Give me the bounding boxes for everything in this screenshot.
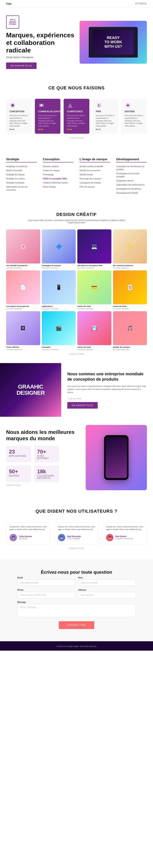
author-info: Célia Almeda Secrétaire: [19, 535, 32, 539]
testimonial-card: Sample text. Click to select the text bo…: [55, 522, 99, 545]
name-label: Nom: [78, 577, 136, 579]
dev-item-2: Développement de la pile complète: [116, 172, 147, 178]
design-item: 📇 Cartes de visite Conception graphique: [77, 311, 112, 350]
world-cta-button[interactable]: EN SAVOIR PLUS: [67, 402, 98, 409]
conception-icon: [9, 102, 16, 108]
design-thumb: 💳: [77, 271, 112, 305]
conception-title: CONCEPTION: [9, 110, 28, 113]
address-group: Adresse: [78, 589, 136, 598]
phone-mockup: [104, 435, 128, 480]
service-card-prix: $ PRIX Duis aute irure dolor in reprehen…: [93, 99, 118, 134]
strat-item-2: Ateliers interactifs: [6, 169, 37, 172]
hero-screen-text: READY TO WORK WITH US?: [104, 36, 122, 49]
conc-item-4[interactable]: UX/UI et conception Web: [43, 177, 73, 180]
prix-icon: $: [96, 102, 102, 108]
stat-label: ÉQUIPES: [9, 475, 28, 477]
img-item-4: Nommage des marques: [80, 177, 110, 180]
design-item: 📄 Conception de prospectus Conception gr…: [6, 271, 40, 310]
author-name: Nait Reynolds: [67, 535, 81, 537]
design-item-sub: Conception numérique: [42, 308, 76, 310]
design-item: 🎬 Animation Conception numérique: [42, 311, 76, 350]
design-item: 💻 Site Web de conception Web Conception …: [77, 229, 112, 269]
author-avatar: 👩: [9, 534, 17, 541]
commercialisation-text: Duis aute irure dolor in reprehenderit i…: [38, 114, 57, 127]
soutien-icon: [125, 102, 131, 108]
testimonial-text: Sample text. Click to select the text bo…: [58, 526, 95, 531]
phone-group: Phone: [17, 589, 75, 598]
design-item-sub: Conception numérique: [77, 267, 112, 269]
contact-section: Écrivez-nous pour toute question Email N…: [0, 559, 153, 641]
testimonials-grid: Sample text. Click to select the text bo…: [6, 522, 147, 545]
author-avatar: 👦: [106, 534, 114, 541]
img-item-1: Identité visuelle et identité: [80, 165, 110, 168]
world-right-content: Nous sommes une entreprise mondiale de c…: [61, 363, 153, 417]
strategie-title: Stratégie: [6, 157, 37, 162]
design-item-sub: Conception graphique: [6, 308, 40, 310]
world-left-image: GRAAHICDESIGNER: [0, 363, 61, 417]
design-item-sub: Conception numérique: [42, 349, 76, 350]
world-image-note: Image de Freepik: [67, 398, 147, 400]
phone-input[interactable]: [17, 592, 75, 598]
hero-cta-button[interactable]: EN SAVOIR PLUS: [6, 62, 36, 69]
author-role: Directeur commercial: [116, 537, 133, 539]
name-input[interactable]: [78, 580, 136, 586]
stat-label: APPLICATIONS: [9, 455, 28, 457]
service-card-commercialisation: COMMERCIALISATION Duis aute irure dolor …: [35, 99, 60, 134]
competences-section: Stratégie Analytique et recherche Atelie…: [0, 149, 153, 204]
conception-plus[interactable]: PLUS: [9, 128, 28, 130]
design-item-sub: Conception graphique: [113, 267, 147, 269]
hero-left: ART & DESIGN STUDIO Marques, expériences…: [6, 16, 75, 69]
design-item-sub: Conception graphique: [6, 267, 40, 269]
img-item-6: Films de marque: [80, 185, 110, 188]
commercialisation-plus[interactable]: PLUS: [38, 128, 57, 130]
address-label: Adresse: [78, 589, 136, 591]
design-images-note: Images de Freepik: [6, 353, 147, 355]
design-thumb: 📇: [77, 311, 112, 345]
name-group: Nom: [78, 577, 136, 586]
stat-box: 50+ ÉQUIPES: [6, 466, 31, 482]
stats-title: Nous aidons les meilleures marques du mo…: [6, 429, 80, 442]
design-item-title: Site Web de conception Web: [77, 265, 112, 267]
design-thumb: 🎵: [113, 311, 147, 345]
author-role: Chef comptable: [67, 537, 81, 539]
testimonial-author: 👩 Célia Almeda Secrétaire: [9, 534, 47, 541]
conc-item-5: Création d'éléments visuels: [43, 181, 73, 184]
strat-item-3: Stratégie de marque: [6, 173, 37, 176]
soutien-text: Duis aute irure dolor in reprehenderit i…: [125, 114, 144, 127]
competence-plus[interactable]: PLUS: [67, 128, 86, 130]
design-thumb: 💻: [77, 229, 112, 264]
design-item-sub: Conception graphique: [113, 349, 147, 350]
email-input[interactable]: [17, 580, 75, 586]
stat-box: 18k UTILISATEURS SATISFAITS: [34, 466, 59, 482]
services-grid: CONCEPTION Duis aute irure dolor in repr…: [6, 99, 147, 134]
message-textarea[interactable]: [17, 604, 136, 617]
navbar: logo STUDIO: [0, 0, 153, 7]
hero-laptop: READY TO WORK WITH US?: [89, 27, 138, 58]
prix-plus[interactable]: PLUS: [96, 128, 115, 130]
footer: © 2024 Art & Design Studio. Tous droits …: [0, 641, 153, 651]
stat-number: 50+: [9, 468, 28, 475]
address-input[interactable]: [78, 592, 136, 598]
phone-screen: [106, 437, 127, 478]
dev-item-6: Développement Shopify: [116, 191, 147, 194]
strat-item-5: Stratégie numérique: [6, 181, 37, 184]
design-item-title: Cartes de visite: [77, 305, 112, 308]
testimonials-section: QUE DISENT NOS UTILISATEURS ? Sample tex…: [0, 498, 153, 559]
conc-item-3: Prototypage: [43, 173, 73, 176]
hero-image: READY TO WORK WITH US?: [80, 21, 147, 64]
img-item-5: Campagnes de marque: [80, 181, 110, 184]
stats-image-note: Image de Freepik: [6, 484, 80, 486]
design-thumb: 🖼: [6, 311, 40, 345]
design-item-title: Des caissons lumineux: [113, 265, 147, 267]
stat-number: 70+: [37, 448, 56, 455]
design-thumb: 🔷: [42, 229, 76, 264]
soutien-title: SOUTIEN: [125, 110, 144, 113]
stat-box: 70+ SITES INTERNET: [34, 446, 59, 462]
author-name: Bob Dekert: [116, 535, 133, 537]
design-item: 🔷 Campagne de marque Conception numériqu…: [42, 229, 76, 269]
design-thumb: 📱: [42, 271, 76, 305]
design-item-title: Applications: [42, 305, 76, 308]
dev-title: Développement: [116, 157, 147, 162]
submit-button[interactable]: SOUMETTRE: [59, 621, 94, 629]
design-item-sub: Conception graphique: [77, 349, 112, 350]
